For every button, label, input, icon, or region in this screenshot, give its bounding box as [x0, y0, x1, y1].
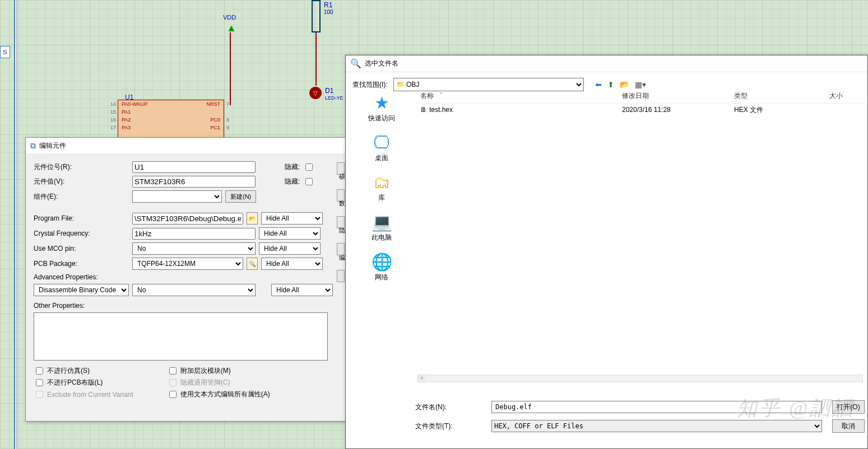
check-hidden-ref[interactable] — [305, 163, 313, 171]
select-mco-hide[interactable]: Hide All — [259, 242, 321, 255]
select-element[interactable] — [132, 190, 222, 203]
label-hidden2: 隐藏: — [285, 177, 300, 186]
textarea-otherprop[interactable] — [34, 312, 328, 361]
up-icon[interactable]: ⬆ — [607, 80, 614, 89]
col-name[interactable]: 名称 ˄ — [420, 91, 622, 101]
select-pcb-hide[interactable]: Hide All — [261, 258, 323, 270]
sidebar-this-pc[interactable]: 💻此电脑 — [372, 214, 392, 242]
filename-label: 文件名(N): — [415, 403, 481, 412]
input-ref[interactable] — [132, 161, 256, 173]
file-open-dialog: 🔍 选中文件名 查找范围(I): 📁 OBJ ⬅ ⬆ 📂 ▦▾ ★快速访问 🖵桌… — [345, 55, 868, 449]
new-element-button[interactable]: 新建(N) — [225, 190, 256, 203]
d1-ref: D1 — [325, 87, 333, 95]
check-no-simulate[interactable]: 不进行仿真(S) — [34, 366, 133, 376]
col-size[interactable]: 大小 — [829, 91, 863, 101]
check-exclude-variant[interactable]: Exclude from Current Variant — [34, 389, 133, 400]
filetype-select[interactable]: HEX, COFF or ELF Files — [491, 420, 822, 432]
check-attach-hierarchy[interactable]: 附加层次模块(M) — [167, 366, 270, 376]
file-modified: 2020/3/16 11:28 — [622, 106, 734, 114]
edit-dialog-icon: ⧉ — [30, 141, 36, 151]
input-value[interactable] — [132, 176, 256, 188]
file-icon: 🗎 — [420, 106, 427, 114]
back-icon[interactable]: ⬅ — [595, 80, 602, 89]
file-name: test.hex — [429, 106, 453, 114]
cancel-button[interactable]: 取消 — [832, 419, 865, 433]
label-ref: 元件位号(R): — [34, 162, 129, 172]
sidebar-network[interactable]: 🌐网络 — [372, 254, 392, 282]
component-u1[interactable]: U1 14 15 16 17 PA0-WKUP PA1 PA2 PA3 NRST… — [118, 100, 224, 142]
col-modified[interactable]: 修改日期 — [622, 91, 734, 101]
browse-program-button[interactable]: 📂 — [247, 212, 258, 225]
side-btn-3[interactable]: 编 — [337, 243, 345, 255]
pin-pa2: PA2 — [122, 117, 131, 123]
scroll-left-icon[interactable]: ‹ — [418, 375, 426, 382]
pin7: 7 — [226, 101, 229, 107]
pin-pa1: PA1 — [122, 109, 131, 115]
pin9: 9 — [226, 125, 229, 130]
label-crystal: Crystal Frequency: — [34, 230, 129, 237]
label-otherprop: Other Properties: — [34, 302, 85, 310]
select-adv2[interactable]: No — [132, 284, 256, 296]
open-button[interactable]: 打开(O) — [832, 400, 865, 414]
pc-icon: 💻 — [372, 214, 392, 231]
file-dialog-title: 选中文件名 — [365, 59, 398, 68]
check-hidden-value[interactable] — [305, 178, 313, 185]
edit-dialog-title: 编辑元件 — [39, 141, 66, 151]
filetype-label: 文件类型(T): — [415, 422, 481, 431]
pin15: 15 — [110, 109, 116, 115]
col-type[interactable]: 类型 — [734, 91, 829, 101]
r1-value: 100 — [324, 9, 333, 15]
r1-ref: R1 — [324, 1, 332, 9]
vdd-net-label: VDD — [223, 14, 236, 21]
label-value: 元件值(V): — [34, 177, 129, 186]
column-header[interactable]: 名称 ˄ 修改日期 类型 大小 — [416, 89, 865, 104]
side-btn-4[interactable] — [337, 270, 345, 282]
wire-vdd — [230, 32, 231, 105]
component-r1[interactable] — [312, 0, 321, 32]
file-dialog-titlebar[interactable]: 🔍 选中文件名 — [346, 55, 867, 72]
folder-icon: 🗂 — [373, 174, 390, 191]
select-mco[interactable]: No — [132, 242, 256, 255]
input-program-file[interactable] — [132, 213, 243, 225]
pin8: 8 — [226, 117, 229, 123]
select-crystal-hide[interactable]: Hide All — [259, 227, 321, 240]
filename-input[interactable] — [491, 401, 822, 413]
side-btn-1[interactable]: 数 — [337, 189, 345, 202]
pin-pa0: PA0-WKUP — [122, 101, 147, 107]
label-pcb: PCB Package: — [34, 260, 129, 268]
select-pcb[interactable]: TQFP64-12X12MM — [132, 258, 243, 270]
edit-dialog-titlebar[interactable]: ⧉ 编辑元件 — [26, 138, 347, 155]
side-btn-2[interactable]: 隐 — [337, 216, 345, 228]
input-crystal[interactable] — [132, 228, 256, 240]
view-menu-icon[interactable]: ▦▾ — [635, 80, 646, 89]
desktop-icon: 🖵 — [373, 134, 390, 151]
pin14: 14 — [110, 101, 116, 107]
horizontal-scrollbar[interactable]: ‹ — [417, 375, 863, 382]
file-list-area[interactable]: 名称 ˄ 修改日期 类型 大小 🗎test.hex 2020/3/16 11:2… — [415, 89, 865, 381]
check-hide-common-pins[interactable]: 隐藏通用管脚(C) — [167, 377, 270, 388]
look-in-label: 查找范围(I): — [352, 80, 388, 90]
sidebar-libraries[interactable]: 🗂库 — [373, 174, 390, 203]
select-adv1[interactable]: Disassemble Binary Code — [34, 284, 129, 296]
vdd-arrow-icon: ▲ — [226, 22, 236, 34]
select-adv-hide[interactable]: Hide All — [271, 284, 333, 296]
check-edit-as-text[interactable]: 使用文本方式编辑所有属性(A) — [167, 389, 270, 400]
new-folder-icon[interactable]: 📂 — [620, 80, 629, 89]
check-no-pcb[interactable]: 不进行PCB布版(L) — [34, 377, 133, 388]
network-icon: 🌐 — [372, 254, 392, 270]
star-icon: ★ — [374, 95, 389, 111]
browse-pcb-button[interactable]: 🔍 — [247, 258, 258, 270]
pin-pa3: PA3 — [122, 125, 131, 130]
component-d1[interactable]: ▽ — [309, 87, 322, 99]
pin16: 16 — [110, 117, 116, 123]
sidebar-desktop[interactable]: 🖵桌面 — [373, 134, 390, 163]
label-advprop: Advanced Properties: — [34, 273, 98, 281]
pin-nrst: NRST — [207, 101, 221, 107]
panel-divider[interactable] — [14, 0, 17, 449]
edit-component-dialog: ⧉ 编辑元件 元件位号(R): 隐藏: 元件值(V): 隐藏: 组件(E): 新… — [25, 137, 347, 422]
side-btn-0[interactable]: 硕 — [337, 162, 345, 175]
select-program-hide[interactable]: Hide All — [261, 212, 323, 225]
toolbox-tab[interactable]: S — [0, 46, 10, 58]
file-row[interactable]: 🗎test.hex 2020/3/16 11:28 HEX 文件 — [416, 104, 865, 116]
sidebar-quick-access[interactable]: ★快速访问 — [368, 95, 395, 123]
